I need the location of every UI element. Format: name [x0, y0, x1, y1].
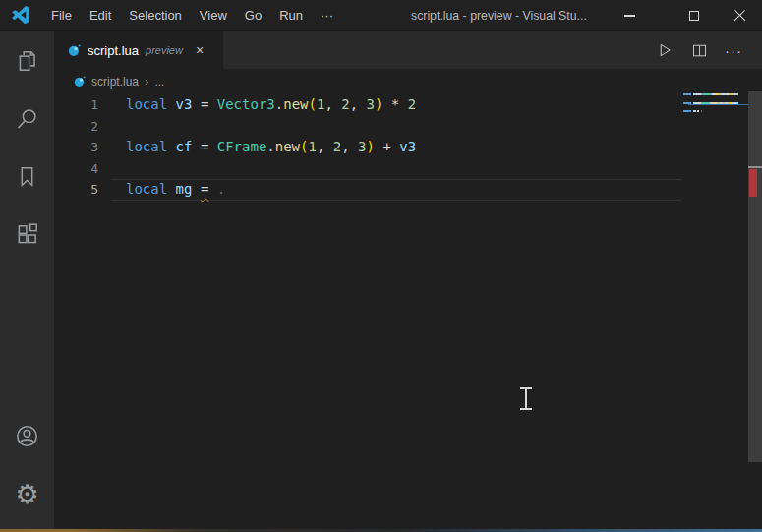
code-line-1[interactable]: 1local v3 = Vector3.new(1, 2, 3) * 2 [54, 94, 416, 116]
minimap-line [683, 106, 747, 108]
tab-script-lua[interactable]: script.lua preview × [54, 31, 223, 69]
gear-icon: ⚙ [15, 481, 38, 507]
minimize-button[interactable] [607, 0, 652, 31]
minimap-line [683, 97, 747, 99]
run-button[interactable] [655, 40, 674, 60]
breadcrumb-symbol[interactable]: ... [154, 75, 164, 89]
minimap-current-line-marker [688, 104, 749, 106]
overview-ruler-cursor-marker [748, 166, 762, 168]
tab-close-icon[interactable]: × [196, 43, 204, 57]
extensions-icon [15, 222, 40, 248]
breadcrumb: script.lua › ... [54, 69, 762, 93]
tab-bar: script.lua preview × ··· [54, 31, 762, 69]
tab-filename: script.lua [88, 43, 139, 58]
code-text: local mg = . [126, 179, 225, 201]
minimap-line [683, 110, 747, 112]
menu-bar: File Edit Selection View Go Run ··· [42, 0, 342, 30]
files-icon [15, 48, 40, 74]
code-text: local v3 = Vector3.new(1, 2, 3) * 2 [126, 94, 416, 116]
sidebar-item-bookmarks[interactable] [0, 148, 54, 206]
search-icon [15, 106, 40, 132]
code-line-5[interactable]: 5local mg = . [54, 179, 416, 201]
minimize-icon [624, 15, 635, 16]
editor-actions: ··· [655, 31, 762, 69]
overview-ruler-error-marker [749, 169, 757, 197]
account-button[interactable] [0, 407, 54, 465]
code-text: local cf = CFrame.new(1, 2, 3) + v3 [126, 137, 416, 158]
vertical-scrollbar[interactable] [748, 91, 762, 462]
account-icon [14, 423, 40, 449]
line-number: 4 [54, 158, 98, 180]
line-number: 3 [54, 137, 98, 158]
menu-run[interactable]: Run [270, 0, 312, 30]
split-editor-button[interactable] [689, 40, 709, 60]
code-line-4[interactable]: 4 [54, 158, 416, 180]
line-number: 1 [54, 94, 98, 116]
vscode-window: File Edit Selection View Go Run ··· scri… [0, 0, 762, 532]
close-icon [733, 10, 746, 23]
menu-selection[interactable]: Selection [120, 0, 190, 30]
sidebar-item-explorer[interactable] [0, 31, 54, 89]
code-line-3[interactable]: 3local cf = CFrame.new(1, 2, 3) + v3 [54, 137, 416, 158]
mouse-ibeam-cursor [518, 386, 534, 411]
line-number: 5 [54, 179, 98, 201]
breadcrumb-separator: › [145, 74, 148, 89]
menu-file[interactable]: File [42, 0, 81, 30]
activity-bar: ⚙ [0, 31, 54, 529]
sidebar-item-search[interactable] [0, 89, 54, 148]
close-button[interactable] [717, 0, 762, 31]
lua-file-icon [74, 76, 86, 88]
menu-more-icon[interactable]: ··· [312, 0, 342, 30]
minimap-line [683, 93, 747, 95]
title-bar: File Edit Selection View Go Run ··· scri… [0, 0, 762, 31]
menu-view[interactable]: View [191, 0, 236, 30]
window-controls [607, 0, 762, 31]
bookmark-icon [15, 164, 39, 189]
menu-go[interactable]: Go [236, 0, 270, 30]
line-number: 2 [54, 116, 98, 138]
sidebar-item-extensions[interactable] [0, 206, 54, 264]
settings-button[interactable]: ⚙ [0, 465, 54, 523]
menu-edit[interactable]: Edit [81, 0, 120, 30]
code-editor[interactable]: 1local v3 = Vector3.new(1, 2, 3) * 223lo… [54, 93, 762, 529]
editor-group: script.lua preview × ··· [54, 31, 762, 529]
window-title: script.lua - preview - Visual Stu... [411, 0, 587, 31]
ellipsis-icon: ··· [725, 42, 742, 59]
breadcrumb-file[interactable]: script.lua [91, 75, 139, 89]
code-line-2[interactable]: 2 [54, 116, 416, 138]
maximize-icon [689, 11, 699, 21]
play-icon [656, 41, 674, 59]
maximize-button[interactable] [672, 0, 717, 31]
code-lines: 1local v3 = Vector3.new(1, 2, 3) * 223lo… [54, 94, 416, 201]
split-editor-icon [691, 42, 708, 59]
lua-file-icon [68, 44, 81, 57]
vscode-logo-icon [12, 6, 30, 25]
more-actions-button[interactable]: ··· [724, 40, 743, 60]
tab-preview-badge: preview [146, 44, 183, 56]
